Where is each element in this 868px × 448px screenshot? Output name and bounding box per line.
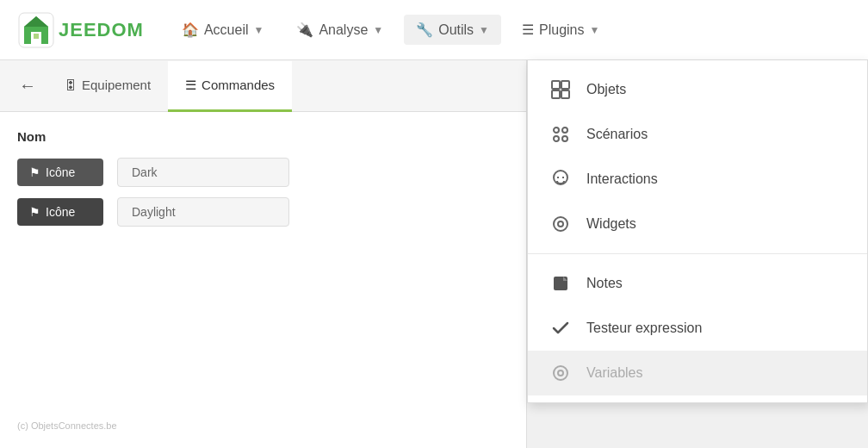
dropdown-label-testeur: Testeur expression: [586, 320, 702, 336]
svg-rect-4: [34, 34, 39, 39]
svg-point-9: [554, 128, 559, 133]
svg-rect-6: [561, 81, 569, 89]
dropdown-item-interactions[interactable]: Interactions: [528, 157, 867, 202]
svg-point-13: [554, 171, 567, 184]
svg-point-10: [562, 136, 567, 141]
main-content: ← 🎛 Equipement ☰ Commandes Nom ⚑ Icône D…: [0, 60, 868, 448]
dropdown-item-variables[interactable]: Variables: [528, 351, 867, 395]
svg-rect-5: [552, 81, 560, 89]
nav-accueil-label: Accueil: [204, 22, 249, 38]
plugins-icon: ☰: [522, 22, 534, 38]
svg-rect-7: [552, 90, 560, 98]
variables-icon: [549, 361, 573, 385]
table-row: ⚑ Icône Dark: [17, 158, 509, 187]
icon-label-2: Icône: [46, 205, 75, 219]
logo-text: JEEDOM: [59, 19, 144, 41]
nav-analyse-chevron: ▼: [373, 24, 383, 36]
name-display-1: Dark: [117, 158, 289, 187]
dropdown-section-1: Objets Scénarios: [528, 60, 867, 254]
nav-plugins-chevron: ▼: [589, 24, 599, 36]
notes-icon: [549, 271, 573, 296]
testeur-icon: [549, 316, 573, 340]
nav-plugins-label: Plugins: [539, 22, 584, 38]
svg-rect-8: [561, 90, 569, 98]
dropdown-item-widgets[interactable]: Widgets: [528, 202, 867, 246]
navbar: JEEDOM 🏠 Accueil ▼ 🔌 Analyse ▼ 🔧 Outils …: [0, 0, 868, 60]
widgets-icon: [549, 212, 573, 236]
logo: JEEDOM: [17, 11, 144, 49]
dropdown-item-notes[interactable]: Notes: [528, 261, 867, 306]
dropdown-label-objets: Objets: [586, 82, 626, 97]
nav-outils[interactable]: 🔧 Outils ▼: [404, 15, 501, 45]
nav-accueil-chevron: ▼: [254, 24, 264, 36]
dropdown-label-variables: Variables: [586, 365, 643, 381]
back-button[interactable]: ←: [9, 69, 46, 103]
analyse-icon: 🔌: [296, 22, 313, 38]
svg-point-17: [554, 366, 567, 380]
home-icon: 🏠: [182, 22, 199, 38]
tab-equipement[interactable]: 🎛 Equipement: [46, 61, 168, 112]
dropdown-section-2: Notes Testeur expression Variables: [528, 254, 867, 402]
outils-icon: 🔧: [416, 22, 433, 38]
svg-point-11: [554, 136, 559, 141]
flag-icon-1: ⚑: [29, 165, 40, 179]
interactions-icon: [549, 167, 573, 191]
logo-icon: [17, 11, 55, 49]
nav-outils-label: Outils: [438, 22, 474, 38]
dropdown-menu: Objets Scénarios: [527, 60, 868, 403]
svg-point-12: [562, 128, 567, 133]
svg-point-18: [558, 370, 563, 376]
flag-icon-2: ⚑: [29, 205, 40, 219]
svg-point-15: [558, 221, 563, 227]
dropdown-item-objets[interactable]: Objets: [528, 67, 867, 112]
nav-analyse-label: Analyse: [319, 22, 368, 38]
tabs-bar: ← 🎛 Equipement ☰ Commandes: [0, 60, 526, 112]
icon-button-2[interactable]: ⚑ Icône: [17, 198, 103, 226]
commandes-icon: ☰: [185, 78, 196, 93]
tab-commandes[interactable]: ☰ Commandes: [168, 61, 292, 112]
left-panel: ← 🎛 Equipement ☰ Commandes Nom ⚑ Icône D…: [0, 60, 527, 448]
watermark: (c) ObjetsConnectes.be: [17, 420, 117, 431]
icon-button-1[interactable]: ⚑ Icône: [17, 159, 103, 186]
tab-equipement-label: Equipement: [82, 78, 151, 92]
nav-accueil[interactable]: 🏠 Accueil ▼: [170, 15, 276, 45]
scenarios-icon: [549, 122, 573, 146]
tab-commandes-label: Commandes: [202, 78, 275, 92]
svg-rect-16: [554, 277, 567, 290]
table-area: Nom ⚑ Icône Dark ⚑ Icône Daylight: [0, 112, 526, 254]
dropdown-item-testeur[interactable]: Testeur expression: [528, 306, 867, 351]
icon-label-1: Icône: [46, 165, 75, 179]
nav-outils-chevron: ▼: [479, 24, 489, 36]
nav-plugins[interactable]: ☰ Plugins ▼: [510, 15, 611, 45]
equipement-icon: 🎛: [64, 78, 77, 92]
dropdown-label-scenarios: Scénarios: [586, 127, 648, 142]
objets-icon: [549, 78, 573, 102]
dropdown-item-scenarios[interactable]: Scénarios: [528, 112, 867, 157]
svg-point-14: [554, 217, 567, 231]
dropdown-label-widgets: Widgets: [586, 216, 636, 232]
table-row: ⚑ Icône Daylight: [17, 197, 509, 227]
dropdown-label-notes: Notes: [586, 276, 623, 291]
column-nom: Nom: [17, 129, 509, 144]
nav-analyse[interactable]: 🔌 Analyse ▼: [284, 15, 395, 45]
name-display-2: Daylight: [117, 197, 289, 227]
dropdown-label-interactions: Interactions: [586, 171, 658, 187]
